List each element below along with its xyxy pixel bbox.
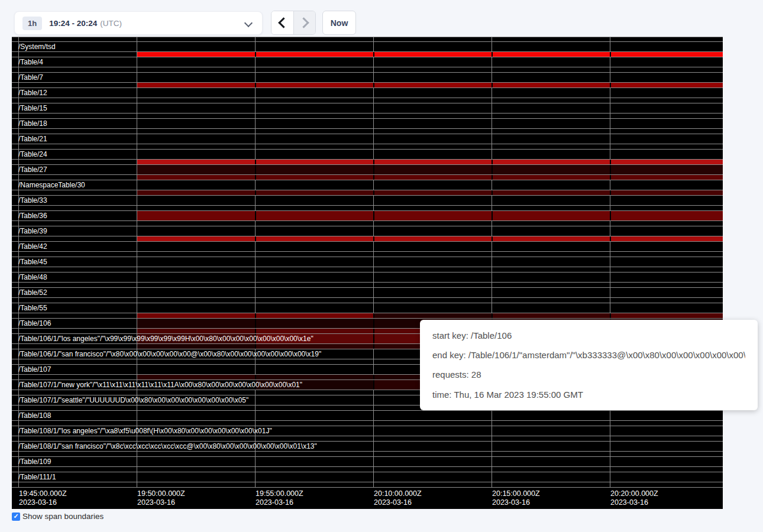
- axis-tick: 19:45:00.000Z2023-03-16: [19, 489, 67, 507]
- heatmap-row[interactable]: /Table/111/1: [12, 472, 723, 482]
- heatmap-row[interactable]: /Table/109: [12, 456, 723, 466]
- heatmap-row[interactable]: /Table/48: [12, 272, 723, 282]
- heatmap-row[interactable]: [12, 267, 723, 272]
- heat-cell: [373, 236, 492, 241]
- heatmap-row[interactable]: /Table/4: [12, 57, 723, 67]
- heatmap-row[interactable]: /Table/108/1/"los angeles"/"\xa8\xf5\u00…: [12, 426, 723, 436]
- chevron-down-icon: [244, 19, 253, 27]
- heatmap-row[interactable]: [12, 205, 723, 210]
- heatmap-row[interactable]: [12, 282, 723, 287]
- heat-cell: [137, 329, 255, 333]
- row-label: /Table/108/1/"los angeles"/"\xa8\xf5\u00…: [18, 427, 272, 436]
- heat-cell: [610, 190, 723, 195]
- heat-cell: [255, 160, 373, 164]
- heatmap-row[interactable]: [12, 220, 723, 226]
- heatmap-row[interactable]: [12, 297, 723, 303]
- heat-cell: [492, 160, 610, 164]
- row-label: /System/tsd: [18, 43, 56, 51]
- heat-cell: [255, 319, 373, 328]
- heat-cell: [373, 165, 492, 174]
- row-label: /Table/39: [18, 227, 47, 236]
- row-label: /Table/27: [18, 166, 47, 174]
- heatmap-row[interactable]: /Table/7: [12, 72, 723, 82]
- range-text: 19:24 - 20:24: [49, 19, 97, 28]
- show-span-boundaries-checkbox[interactable]: ✓: [12, 512, 20, 521]
- heatmap-row[interactable]: /Table/108: [12, 410, 723, 420]
- heat-cell: [255, 375, 373, 379]
- heat-cell: [137, 319, 255, 328]
- prev-time-button[interactable]: [271, 11, 293, 34]
- heat-cell: [255, 236, 373, 241]
- heatmap-row[interactable]: /Table/24: [12, 149, 723, 159]
- tooltip-requests: requests: 28: [432, 365, 745, 384]
- heat-cell: [137, 236, 255, 241]
- heatmap-row[interactable]: /Table/108/1/"san francisco"/"\x8c\xcc\x…: [12, 441, 723, 451]
- row-label: /Table/48: [18, 273, 47, 282]
- heatmap-row[interactable]: [12, 236, 723, 241]
- heatmap-row[interactable]: [12, 144, 723, 149]
- row-label: /Table/111/1: [18, 473, 56, 482]
- heatmap-row[interactable]: [12, 466, 723, 472]
- axis-tick: 19:55:00.000Z2023-03-16: [256, 489, 303, 507]
- heatmap-row[interactable]: [12, 482, 723, 487]
- heat-cell: [492, 190, 610, 195]
- chevron-right-icon: [298, 17, 309, 28]
- heat-cell: [373, 52, 492, 57]
- heat-cell: [492, 236, 610, 241]
- heatmap-row[interactable]: /Table/12: [12, 87, 723, 98]
- heatmap-row[interactable]: /Table/52: [12, 287, 723, 297]
- row-label: /Table/107/1/"seattle"/"UUUUUUD\x00\x80\…: [18, 396, 248, 405]
- heatmap-row[interactable]: /System/tsd: [12, 41, 723, 51]
- heat-cell: [373, 83, 492, 87]
- heatmap-row[interactable]: [12, 98, 723, 103]
- heatmap-row[interactable]: [12, 420, 723, 426]
- axis-tick: 19:50:00.000Z2023-03-16: [137, 489, 185, 507]
- heatmap-row[interactable]: [12, 436, 723, 441]
- heatmap-row[interactable]: [12, 51, 723, 57]
- heatmap-row[interactable]: [12, 128, 723, 134]
- heatmap-row[interactable]: [12, 159, 723, 164]
- heatmap-row[interactable]: [12, 67, 723, 72]
- heatmap-row[interactable]: [12, 174, 723, 180]
- heatmap-row[interactable]: /Table/27: [12, 164, 723, 174]
- heat-cell: [492, 165, 610, 174]
- heatmap-row[interactable]: [12, 313, 723, 318]
- heatmap-row[interactable]: [12, 113, 723, 118]
- now-button[interactable]: Now: [322, 11, 356, 35]
- heatmap-row[interactable]: /Table/45: [12, 257, 723, 267]
- heat-cell: [137, 83, 255, 87]
- heat-cell: [610, 211, 723, 220]
- heat-cell: [255, 165, 373, 174]
- heat-cell: [137, 175, 255, 180]
- row-label: /Table/24: [18, 150, 47, 159]
- heatmap-row[interactable]: /Table/39: [12, 226, 723, 236]
- heatmap-row[interactable]: /Table/18: [12, 118, 723, 128]
- row-label: /Table/4: [18, 58, 43, 67]
- heat-cell: [610, 313, 723, 318]
- heat-cell: [137, 375, 255, 379]
- heatmap-row[interactable]: [12, 37, 723, 41]
- heat-cell: [610, 83, 723, 87]
- heatmap-row[interactable]: [12, 82, 723, 87]
- next-time-button[interactable]: [293, 11, 315, 34]
- heatmap[interactable]: 19:45:00.000Z2023-03-16 19:50:00.000Z202…: [12, 37, 723, 509]
- heatmap-row[interactable]: [12, 251, 723, 257]
- heatmap-row[interactable]: /Table/55: [12, 303, 723, 313]
- heat-cell: [373, 211, 492, 220]
- heatmap-row[interactable]: /Table/42: [12, 241, 723, 251]
- heat-cell: [255, 313, 373, 318]
- tooltip-end-key: end key: /Table/106/1/"amsterdam"/"\xb33…: [432, 345, 745, 365]
- heatmap-row[interactable]: /Table/15: [12, 103, 723, 113]
- heatmap-row[interactable]: /Table/36: [12, 210, 723, 220]
- heat-cell: [610, 52, 723, 57]
- heatmap-row[interactable]: [12, 190, 723, 195]
- heat-cell: [373, 190, 492, 195]
- heat-cell: [610, 236, 723, 241]
- heatmap-row[interactable]: [12, 451, 723, 456]
- heatmap-row[interactable]: /Table/21: [12, 134, 723, 144]
- time-range-select[interactable]: 1h 19:24 - 20:24 (UTC): [14, 11, 263, 35]
- heatmap-row[interactable]: /NamespaceTable/30: [12, 180, 723, 190]
- heatmap-row[interactable]: /Table/33: [12, 195, 723, 205]
- tooltip-time: time: Thu, 16 Mar 2023 19:55:00 GMT: [432, 385, 745, 404]
- row-label: /Table/107/1/"new york"/"\x11\x11\x11\x1…: [18, 381, 302, 390]
